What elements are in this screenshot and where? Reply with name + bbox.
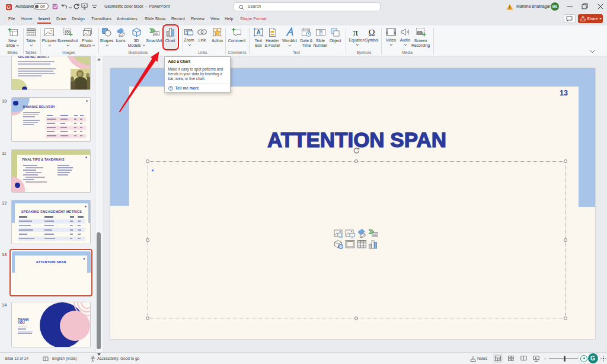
svg-text:P: P [8, 5, 10, 9]
svg-text:Ω: Ω [369, 28, 375, 37]
svg-text:#: # [320, 30, 322, 34]
svg-text:?: ? [170, 87, 171, 90]
svg-text:π: π [353, 27, 359, 37]
